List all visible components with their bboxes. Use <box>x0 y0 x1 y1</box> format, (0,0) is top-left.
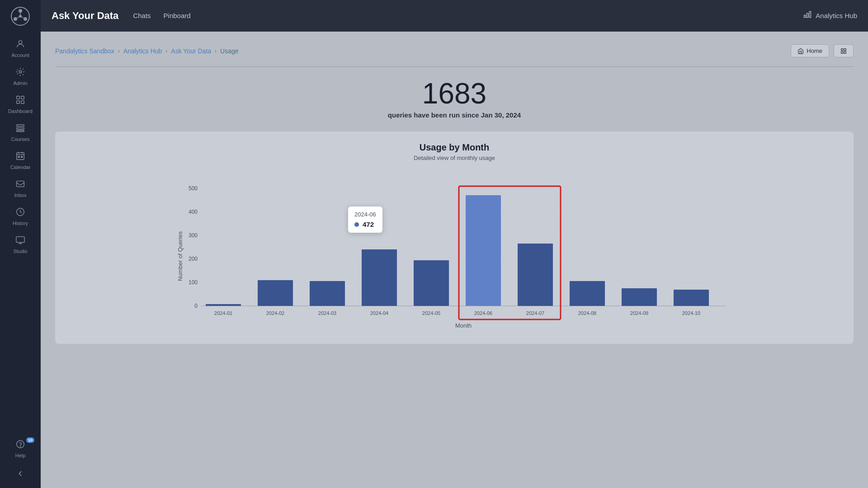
sidebar-item-courses-label: Courses <box>11 136 30 142</box>
svg-rect-22 <box>21 156 23 158</box>
bar-2024-09[interactable] <box>622 288 657 306</box>
svg-point-2 <box>24 17 27 21</box>
dashboard-icon <box>15 95 25 107</box>
svg-text:2024-08: 2024-08 <box>578 310 596 316</box>
sidebar-item-inbox[interactable]: Inbox <box>0 174 41 202</box>
sidebar-item-history-label: History <box>13 221 28 226</box>
bar-2024-01[interactable] <box>206 304 241 306</box>
svg-point-1 <box>19 9 22 13</box>
svg-text:200: 200 <box>189 256 198 262</box>
bar-2024-02[interactable] <box>258 280 293 306</box>
svg-rect-32 <box>809 11 811 17</box>
sidebar-item-account-label: Account <box>11 52 29 58</box>
breadcrumb-analytics-hub[interactable]: Analytics Hub <box>123 47 162 55</box>
sidebar-item-inbox-label: Inbox <box>14 192 27 198</box>
svg-rect-13 <box>21 101 24 103</box>
bar-2024-10[interactable] <box>674 290 709 306</box>
sidebar-item-account[interactable]: Account <box>0 34 41 62</box>
sidebar-item-courses[interactable]: Courses <box>0 118 41 146</box>
sidebar-item-studio[interactable]: Studio <box>0 230 41 258</box>
sidebar-item-help-label: Help <box>15 453 26 458</box>
svg-rect-17 <box>17 153 24 160</box>
bar-2024-07[interactable] <box>518 244 553 306</box>
breadcrumb-usage: Usage <box>220 47 238 55</box>
sidebar-item-help[interactable]: 10 Help <box>0 435 41 463</box>
bar-2024-05[interactable] <box>414 260 449 306</box>
svg-text:2024-05: 2024-05 <box>422 310 440 316</box>
svg-rect-33 <box>841 48 843 50</box>
svg-rect-31 <box>807 14 808 18</box>
topbar-nav: Chats Pinboard <box>133 10 190 21</box>
sidebar-item-dashboard[interactable]: Dashboard <box>0 90 41 118</box>
svg-text:Month: Month <box>455 322 472 329</box>
analytics-hub-label: Analytics Hub <box>816 12 857 19</box>
bar-2024-03[interactable] <box>310 281 345 306</box>
bar-2024-06[interactable] <box>466 195 501 306</box>
sidebar-item-studio-label: Studio <box>13 249 27 254</box>
breadcrumb-pandalytics[interactable]: Pandalytics Sandbox <box>55 47 114 55</box>
svg-text:2024-03: 2024-03 <box>318 310 336 316</box>
svg-rect-34 <box>844 48 846 50</box>
svg-text:2024-06: 2024-06 <box>474 310 492 316</box>
svg-rect-23 <box>17 181 24 187</box>
sidebar-item-dashboard-label: Dashboard <box>8 108 33 114</box>
sidebar-item-history[interactable]: History <box>0 202 41 230</box>
svg-rect-12 <box>17 101 19 103</box>
home-button[interactable]: Home <box>791 44 829 57</box>
nav-chats[interactable]: Chats <box>133 10 151 21</box>
home-label: Home <box>807 47 822 54</box>
account-icon <box>15 39 25 51</box>
svg-rect-16 <box>17 131 24 132</box>
sidebar-item-calendar-label: Calendar <box>10 164 31 170</box>
svg-text:0: 0 <box>194 303 198 309</box>
sidebar-item-calendar[interactable]: Calendar <box>0 146 41 174</box>
usage-chart: Number of Queries 0 100 200 300 400 <box>68 170 841 333</box>
svg-rect-14 <box>17 125 24 127</box>
bar-2024-04[interactable] <box>362 249 397 306</box>
breadcrumb-actions: Home <box>791 44 854 57</box>
svg-text:Number of Queries: Number of Queries <box>177 231 184 281</box>
svg-text:300: 300 <box>189 232 198 239</box>
page-content: Pandalytics Sandbox › Analytics Hub › As… <box>41 32 868 488</box>
svg-text:2024-07: 2024-07 <box>526 310 544 316</box>
inbox-icon <box>15 179 25 191</box>
svg-rect-10 <box>17 96 19 99</box>
svg-rect-30 <box>804 15 806 18</box>
topbar: Ask Your Data Chats Pinboard Analytics H… <box>41 0 868 32</box>
nav-pinboard[interactable]: Pinboard <box>164 10 191 21</box>
svg-text:2024-09: 2024-09 <box>630 310 648 316</box>
breadcrumb-ask-your-data[interactable]: Ask Your Data <box>171 47 211 55</box>
grid-icon <box>840 48 847 54</box>
svg-point-9 <box>19 70 22 73</box>
sidebar-collapse-button[interactable] <box>11 465 29 483</box>
bar-2024-08[interactable] <box>570 281 605 306</box>
breadcrumb-sep-2: › <box>165 48 167 54</box>
svg-rect-21 <box>18 156 19 158</box>
queries-count: 1683 <box>55 78 854 109</box>
svg-rect-25 <box>16 237 24 243</box>
courses-icon <box>15 123 25 135</box>
svg-text:2024-01: 2024-01 <box>214 310 232 316</box>
svg-point-3 <box>14 17 17 21</box>
chart-container: Usage by Month Detailed view of monthly … <box>55 131 854 344</box>
sidebar-item-admin[interactable]: Admin <box>0 62 41 90</box>
sidebar: Account Admin Dashboard <box>0 0 41 488</box>
app-logo[interactable] <box>9 5 31 27</box>
stats-section: 1683 queries have been run since Jan 30,… <box>55 78 854 119</box>
studio-icon <box>15 235 25 247</box>
home-icon <box>797 48 804 54</box>
svg-point-8 <box>19 41 22 44</box>
svg-text:400: 400 <box>189 209 198 215</box>
svg-point-4 <box>19 15 22 18</box>
svg-point-29 <box>20 446 21 447</box>
sidebar-bottom: 10 Help <box>0 435 41 483</box>
svg-text:2024-10: 2024-10 <box>682 310 700 316</box>
chart-title: Usage by Month <box>68 142 841 153</box>
svg-rect-36 <box>844 52 846 53</box>
breadcrumb: Pandalytics Sandbox › Analytics Hub › As… <box>55 47 239 55</box>
app-title: Ask Your Data <box>52 10 118 22</box>
grid-view-button[interactable] <box>834 44 854 57</box>
help-icon <box>15 439 25 451</box>
analytics-hub-button[interactable]: Analytics Hub <box>803 10 857 21</box>
svg-rect-35 <box>841 52 843 53</box>
